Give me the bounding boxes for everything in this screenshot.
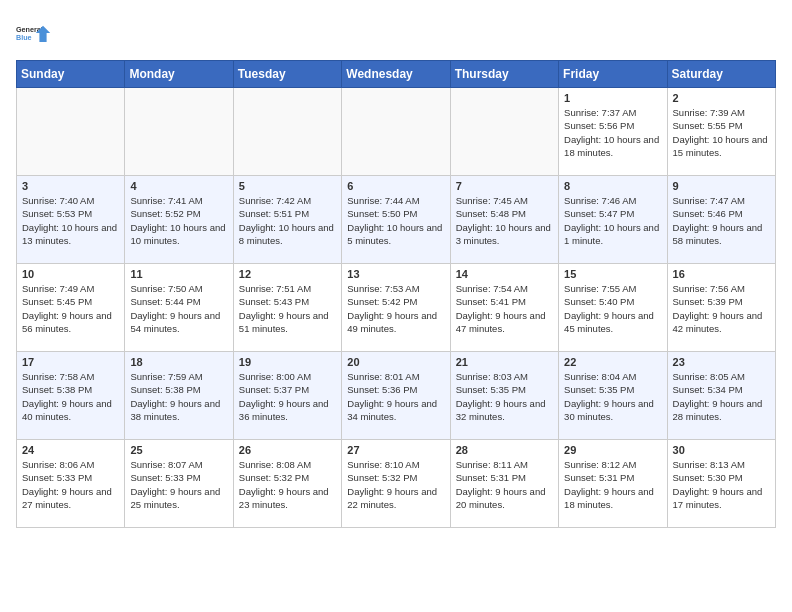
- weekday-header-cell: Saturday: [667, 61, 775, 88]
- day-detail: Sunrise: 7:49 AM Sunset: 5:45 PM Dayligh…: [22, 282, 119, 335]
- calendar-day-cell: [342, 88, 450, 176]
- calendar-day-cell: 28Sunrise: 8:11 AM Sunset: 5:31 PM Dayli…: [450, 440, 558, 528]
- calendar-body: 1Sunrise: 7:37 AM Sunset: 5:56 PM Daylig…: [17, 88, 776, 528]
- day-detail: Sunrise: 8:07 AM Sunset: 5:33 PM Dayligh…: [130, 458, 227, 511]
- calendar-day-cell: 13Sunrise: 7:53 AM Sunset: 5:42 PM Dayli…: [342, 264, 450, 352]
- calendar-day-cell: 8Sunrise: 7:46 AM Sunset: 5:47 PM Daylig…: [559, 176, 667, 264]
- calendar-day-cell: 14Sunrise: 7:54 AM Sunset: 5:41 PM Dayli…: [450, 264, 558, 352]
- calendar-day-cell: 29Sunrise: 8:12 AM Sunset: 5:31 PM Dayli…: [559, 440, 667, 528]
- calendar-week-row: 24Sunrise: 8:06 AM Sunset: 5:33 PM Dayli…: [17, 440, 776, 528]
- calendar-day-cell: 30Sunrise: 8:13 AM Sunset: 5:30 PM Dayli…: [667, 440, 775, 528]
- calendar-day-cell: 22Sunrise: 8:04 AM Sunset: 5:35 PM Dayli…: [559, 352, 667, 440]
- calendar-day-cell: [125, 88, 233, 176]
- calendar-day-cell: 9Sunrise: 7:47 AM Sunset: 5:46 PM Daylig…: [667, 176, 775, 264]
- day-number: 14: [456, 268, 553, 280]
- day-detail: Sunrise: 8:05 AM Sunset: 5:34 PM Dayligh…: [673, 370, 770, 423]
- day-number: 26: [239, 444, 336, 456]
- day-number: 3: [22, 180, 119, 192]
- day-number: 6: [347, 180, 444, 192]
- day-number: 7: [456, 180, 553, 192]
- day-detail: Sunrise: 8:01 AM Sunset: 5:36 PM Dayligh…: [347, 370, 444, 423]
- day-number: 11: [130, 268, 227, 280]
- logo: GeneralBlue: [16, 16, 52, 52]
- day-number: 5: [239, 180, 336, 192]
- calendar-day-cell: 2Sunrise: 7:39 AM Sunset: 5:55 PM Daylig…: [667, 88, 775, 176]
- calendar-week-row: 17Sunrise: 7:58 AM Sunset: 5:38 PM Dayli…: [17, 352, 776, 440]
- day-detail: Sunrise: 7:40 AM Sunset: 5:53 PM Dayligh…: [22, 194, 119, 247]
- day-detail: Sunrise: 8:11 AM Sunset: 5:31 PM Dayligh…: [456, 458, 553, 511]
- weekday-header-cell: Friday: [559, 61, 667, 88]
- day-number: 12: [239, 268, 336, 280]
- day-detail: Sunrise: 8:03 AM Sunset: 5:35 PM Dayligh…: [456, 370, 553, 423]
- logo-icon: GeneralBlue: [16, 16, 52, 52]
- calendar-day-cell: [450, 88, 558, 176]
- calendar-day-cell: 27Sunrise: 8:10 AM Sunset: 5:32 PM Dayli…: [342, 440, 450, 528]
- day-detail: Sunrise: 7:41 AM Sunset: 5:52 PM Dayligh…: [130, 194, 227, 247]
- page-header: GeneralBlue: [16, 16, 776, 52]
- day-number: 23: [673, 356, 770, 368]
- calendar-day-cell: 19Sunrise: 8:00 AM Sunset: 5:37 PM Dayli…: [233, 352, 341, 440]
- weekday-header-cell: Monday: [125, 61, 233, 88]
- day-detail: Sunrise: 8:12 AM Sunset: 5:31 PM Dayligh…: [564, 458, 661, 511]
- day-number: 4: [130, 180, 227, 192]
- calendar-day-cell: 1Sunrise: 7:37 AM Sunset: 5:56 PM Daylig…: [559, 88, 667, 176]
- day-number: 16: [673, 268, 770, 280]
- day-number: 2: [673, 92, 770, 104]
- day-number: 22: [564, 356, 661, 368]
- day-detail: Sunrise: 8:13 AM Sunset: 5:30 PM Dayligh…: [673, 458, 770, 511]
- day-detail: Sunrise: 7:56 AM Sunset: 5:39 PM Dayligh…: [673, 282, 770, 335]
- day-detail: Sunrise: 7:46 AM Sunset: 5:47 PM Dayligh…: [564, 194, 661, 247]
- day-detail: Sunrise: 8:08 AM Sunset: 5:32 PM Dayligh…: [239, 458, 336, 511]
- calendar-week-row: 10Sunrise: 7:49 AM Sunset: 5:45 PM Dayli…: [17, 264, 776, 352]
- day-number: 30: [673, 444, 770, 456]
- calendar-table: SundayMondayTuesdayWednesdayThursdayFrid…: [16, 60, 776, 528]
- day-number: 8: [564, 180, 661, 192]
- calendar-week-row: 1Sunrise: 7:37 AM Sunset: 5:56 PM Daylig…: [17, 88, 776, 176]
- calendar-day-cell: 24Sunrise: 8:06 AM Sunset: 5:33 PM Dayli…: [17, 440, 125, 528]
- calendar-day-cell: 20Sunrise: 8:01 AM Sunset: 5:36 PM Dayli…: [342, 352, 450, 440]
- day-detail: Sunrise: 7:59 AM Sunset: 5:38 PM Dayligh…: [130, 370, 227, 423]
- day-number: 20: [347, 356, 444, 368]
- weekday-header-cell: Wednesday: [342, 61, 450, 88]
- calendar-day-cell: 4Sunrise: 7:41 AM Sunset: 5:52 PM Daylig…: [125, 176, 233, 264]
- day-detail: Sunrise: 7:42 AM Sunset: 5:51 PM Dayligh…: [239, 194, 336, 247]
- weekday-header-cell: Tuesday: [233, 61, 341, 88]
- day-number: 17: [22, 356, 119, 368]
- svg-text:Blue: Blue: [16, 33, 32, 42]
- calendar-day-cell: 25Sunrise: 8:07 AM Sunset: 5:33 PM Dayli…: [125, 440, 233, 528]
- day-detail: Sunrise: 7:37 AM Sunset: 5:56 PM Dayligh…: [564, 106, 661, 159]
- day-detail: Sunrise: 7:39 AM Sunset: 5:55 PM Dayligh…: [673, 106, 770, 159]
- day-detail: Sunrise: 7:51 AM Sunset: 5:43 PM Dayligh…: [239, 282, 336, 335]
- day-number: 15: [564, 268, 661, 280]
- weekday-header-row: SundayMondayTuesdayWednesdayThursdayFrid…: [17, 61, 776, 88]
- weekday-header-cell: Sunday: [17, 61, 125, 88]
- calendar-day-cell: 11Sunrise: 7:50 AM Sunset: 5:44 PM Dayli…: [125, 264, 233, 352]
- calendar-day-cell: [233, 88, 341, 176]
- calendar-day-cell: [17, 88, 125, 176]
- calendar-day-cell: 18Sunrise: 7:59 AM Sunset: 5:38 PM Dayli…: [125, 352, 233, 440]
- day-detail: Sunrise: 7:58 AM Sunset: 5:38 PM Dayligh…: [22, 370, 119, 423]
- day-detail: Sunrise: 8:10 AM Sunset: 5:32 PM Dayligh…: [347, 458, 444, 511]
- weekday-header-cell: Thursday: [450, 61, 558, 88]
- calendar-day-cell: 16Sunrise: 7:56 AM Sunset: 5:39 PM Dayli…: [667, 264, 775, 352]
- day-detail: Sunrise: 7:45 AM Sunset: 5:48 PM Dayligh…: [456, 194, 553, 247]
- day-number: 29: [564, 444, 661, 456]
- calendar-day-cell: 15Sunrise: 7:55 AM Sunset: 5:40 PM Dayli…: [559, 264, 667, 352]
- day-detail: Sunrise: 7:55 AM Sunset: 5:40 PM Dayligh…: [564, 282, 661, 335]
- calendar-day-cell: 10Sunrise: 7:49 AM Sunset: 5:45 PM Dayli…: [17, 264, 125, 352]
- calendar-day-cell: 12Sunrise: 7:51 AM Sunset: 5:43 PM Dayli…: [233, 264, 341, 352]
- day-number: 10: [22, 268, 119, 280]
- day-number: 19: [239, 356, 336, 368]
- day-detail: Sunrise: 8:04 AM Sunset: 5:35 PM Dayligh…: [564, 370, 661, 423]
- day-detail: Sunrise: 7:47 AM Sunset: 5:46 PM Dayligh…: [673, 194, 770, 247]
- calendar-day-cell: 6Sunrise: 7:44 AM Sunset: 5:50 PM Daylig…: [342, 176, 450, 264]
- day-detail: Sunrise: 8:00 AM Sunset: 5:37 PM Dayligh…: [239, 370, 336, 423]
- day-number: 28: [456, 444, 553, 456]
- day-number: 1: [564, 92, 661, 104]
- day-number: 18: [130, 356, 227, 368]
- day-detail: Sunrise: 8:06 AM Sunset: 5:33 PM Dayligh…: [22, 458, 119, 511]
- day-number: 24: [22, 444, 119, 456]
- calendar-day-cell: 17Sunrise: 7:58 AM Sunset: 5:38 PM Dayli…: [17, 352, 125, 440]
- day-detail: Sunrise: 7:44 AM Sunset: 5:50 PM Dayligh…: [347, 194, 444, 247]
- calendar-week-row: 3Sunrise: 7:40 AM Sunset: 5:53 PM Daylig…: [17, 176, 776, 264]
